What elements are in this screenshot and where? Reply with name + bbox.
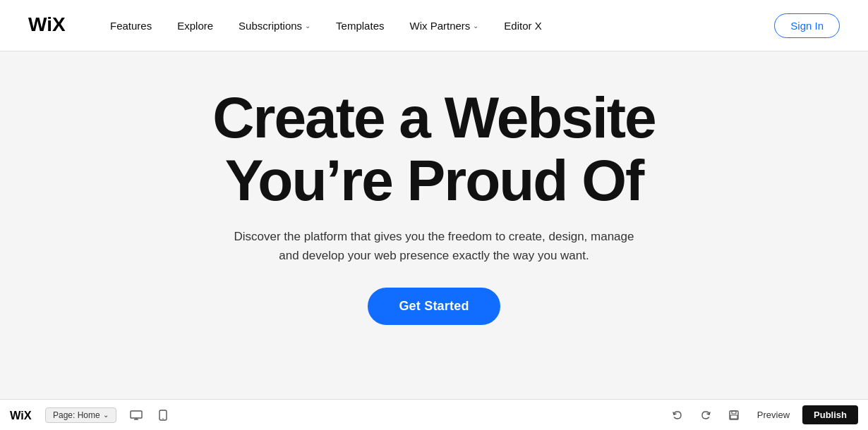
preview-button[interactable]: Preview: [752, 407, 795, 423]
sign-in-button[interactable]: Sign In: [774, 13, 840, 38]
svg-rect-8: [732, 411, 736, 414]
wix-logo[interactable]: WiX: [28, 13, 71, 37]
hero-section: Create a Website You’re Proud Of Discove…: [0, 51, 868, 339]
undo-button[interactable]: [667, 405, 688, 426]
nav-link-features[interactable]: Features: [110, 20, 152, 32]
svg-rect-9: [730, 415, 737, 419]
get-started-button[interactable]: Get Started: [368, 288, 500, 325]
nav-link-editor-x[interactable]: Editor X: [504, 20, 541, 32]
desktop-icon[interactable]: [126, 405, 146, 425]
nav-links: Features Explore Subscriptions ⌄ Templat…: [110, 20, 749, 32]
editor-bottom-bar: WiX Page: Home ⌄: [0, 399, 868, 430]
nav-link-subscriptions[interactable]: Subscriptions ⌄: [239, 20, 311, 32]
editor-wix-logo: WiX: [10, 409, 35, 422]
svg-point-6: [162, 418, 164, 419]
hero-subtitle: Discover the platform that gives you the…: [222, 227, 646, 265]
redo-button[interactable]: [695, 405, 716, 426]
subscriptions-chevron-icon: ⌄: [305, 22, 311, 30]
bottom-bar-right-controls: Preview Publish: [667, 405, 858, 426]
svg-text:WiX: WiX: [28, 13, 66, 35]
svg-text:WiX: WiX: [10, 409, 32, 422]
nav-link-templates[interactable]: Templates: [336, 20, 384, 32]
nav-link-explore[interactable]: Explore: [177, 20, 213, 32]
hero-title: Create a Website You’re Proud Of: [212, 87, 655, 211]
page-selector-button[interactable]: Page: Home ⌄: [45, 407, 116, 423]
page-chevron-icon: ⌄: [103, 411, 109, 419]
publish-button[interactable]: Publish: [802, 405, 858, 424]
editor-device-icons: [126, 405, 173, 425]
svg-rect-2: [131, 411, 142, 418]
wix-partners-chevron-icon: ⌄: [473, 22, 478, 30]
mobile-icon[interactable]: [153, 405, 173, 425]
nav-link-wix-partners[interactable]: Wix Partners ⌄: [409, 20, 478, 32]
main-nav: WiX Features Explore Subscriptions ⌄ Tem…: [0, 0, 868, 51]
save-button[interactable]: [723, 405, 745, 426]
